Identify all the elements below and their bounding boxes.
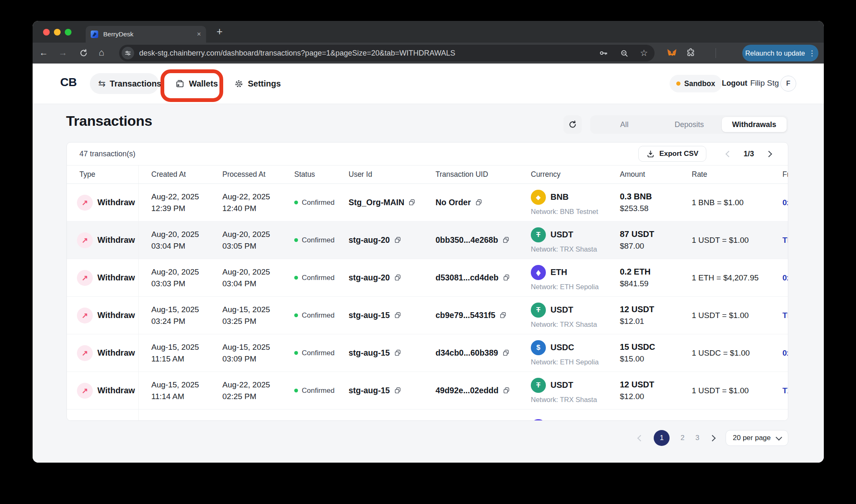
next-page-icon[interactable]	[766, 150, 772, 157]
tab-deposits[interactable]: Deposits	[657, 117, 721, 132]
back-icon[interactable]: ←	[39, 47, 48, 59]
page-button-1[interactable]: 1	[654, 430, 670, 446]
sandbox-dot-icon	[676, 81, 680, 86]
maximize-window-button[interactable]	[65, 29, 71, 36]
table-header-bar: 47 transaction(s) Export CSV 1/3	[67, 143, 788, 165]
copy-icon[interactable]	[475, 199, 483, 206]
browser-tab[interactable]: BerryDesk ×	[86, 26, 206, 43]
metamask-icon[interactable]	[666, 48, 678, 59]
from-address-link[interactable]: TP	[770, 221, 788, 259]
toolbar-divider	[716, 48, 716, 58]
table-row[interactable]: ↗Withdraw Aug-22, 202512:39 PM Aug-22, 2…	[67, 184, 788, 221]
copy-icon[interactable]	[499, 311, 507, 319]
usdc-icon: $	[531, 340, 546, 355]
page-title: Transactions	[66, 113, 152, 129]
app-header: CB ⇆ Transactions Wallets	[33, 64, 824, 104]
from-address-link[interactable]: TX	[770, 372, 788, 409]
minimize-window-button[interactable]	[54, 29, 61, 36]
withdraw-arrow-icon: ↗	[77, 308, 93, 323]
environment-badge: Sandbox	[670, 75, 722, 92]
copy-icon[interactable]	[502, 236, 510, 244]
prev-page-icon[interactable]	[726, 150, 732, 157]
forward-icon[interactable]: →	[59, 47, 67, 59]
passwords-key-icon[interactable]	[599, 48, 609, 58]
close-window-button[interactable]	[43, 29, 50, 36]
browser-menu-kebab-icon[interactable]: ⋮	[808, 49, 815, 58]
copy-icon[interactable]	[394, 387, 402, 395]
nav-wallets[interactable]: Wallets	[167, 73, 226, 94]
nav-settings[interactable]: Settings	[226, 73, 289, 94]
copy-icon[interactable]	[394, 349, 402, 357]
withdraw-arrow-icon: ↗	[77, 270, 93, 286]
chevron-down-icon	[776, 434, 782, 440]
nav-transactions[interactable]: ⇆ Transactions	[90, 73, 159, 94]
status-dot-icon	[294, 351, 298, 355]
table-row[interactable]: ↗Withdraw Aug-20, 202503:03 PM Aug-20, 2…	[67, 259, 788, 297]
tab-close-icon[interactable]: ×	[197, 30, 201, 38]
from-address-link[interactable]: 0x	[770, 184, 788, 221]
table-column-headers: Type Created At Processed At Status User…	[67, 165, 788, 184]
per-page-select[interactable]: 20 per page	[726, 430, 788, 446]
swap-arrows-icon: ⇆	[98, 79, 106, 89]
eth-icon: ◆	[531, 265, 546, 280]
download-icon	[646, 150, 655, 158]
logout-button[interactable]: Logout	[722, 79, 747, 88]
bookmark-star-icon[interactable]: ☆	[640, 49, 648, 57]
export-csv-button[interactable]: Export CSV	[638, 146, 706, 162]
wallet-icon	[175, 79, 185, 89]
status-badge: Confirmed	[282, 297, 336, 334]
address-bar[interactable]: desk-stg.chainberry.com/dashboard/transa…	[119, 45, 655, 61]
withdraw-arrow-icon: ↗	[77, 383, 93, 399]
reload-icon[interactable]	[79, 48, 89, 58]
from-address-link[interactable]: 0x	[770, 259, 788, 296]
extensions-puzzle-icon[interactable]	[685, 48, 696, 59]
relaunch-to-update-button[interactable]: Relaunch to update ⋮	[742, 45, 818, 61]
withdraw-arrow-icon: ↗	[77, 345, 93, 361]
from-address-link[interactable]: 0x	[770, 334, 788, 372]
browser-profile-avatar[interactable]	[721, 46, 736, 61]
url-text[interactable]: desk-stg.chainberry.com/dashboard/transa…	[139, 49, 594, 58]
zoom-out-icon[interactable]	[619, 48, 629, 58]
table-row[interactable]: ↗Withdraw Aug-20, 202503:04 PM Aug-20, 2…	[67, 221, 788, 259]
browser-tab-strip: BerryDesk × +	[33, 21, 824, 43]
tab-withdrawals[interactable]: Withdrawals	[722, 117, 787, 132]
berrydesk-favicon-icon	[91, 31, 98, 38]
copy-icon[interactable]	[502, 274, 510, 282]
copy-icon[interactable]	[502, 387, 510, 395]
site-info-icon[interactable]	[122, 47, 134, 59]
copy-icon[interactable]	[502, 349, 510, 357]
copy-icon[interactable]	[408, 199, 416, 206]
pagination-prev-icon[interactable]	[637, 435, 644, 441]
pagination-next-icon[interactable]	[709, 435, 716, 441]
status-dot-icon	[294, 238, 298, 242]
from-address-link[interactable]: TP	[770, 297, 788, 334]
tab-all[interactable]: All	[592, 117, 657, 132]
page-indicator: 1/3	[744, 150, 754, 158]
home-icon[interactable]: ⌂	[99, 47, 104, 59]
copy-icon[interactable]	[394, 236, 402, 244]
browser-toolbar: ← → ⌂ desk-stg.chainberry.com/dashboard/…	[33, 43, 824, 64]
bnb-icon: ◆	[531, 190, 546, 205]
status-badge: Confirmed	[282, 184, 336, 221]
copy-icon[interactable]	[394, 274, 402, 282]
table-row-partial[interactable]: ↗ Aug-15, 2025 Aug-20, 2025 ◆ETH 0.35501…	[67, 410, 788, 421]
copy-icon[interactable]	[394, 311, 402, 319]
table-row[interactable]: ↗Withdraw Aug-15, 202503:24 PM Aug-15, 2…	[67, 297, 788, 334]
eth-icon: ◆	[531, 419, 546, 421]
new-tab-button[interactable]: +	[217, 25, 223, 38]
tab-title: BerryDesk	[103, 31, 194, 38]
usdt-icon: T	[531, 378, 546, 393]
status-badge: Confirmed	[282, 334, 336, 372]
table-row[interactable]: ↗Withdraw Aug-15, 202511:15 AM Aug-15, 2…	[67, 334, 788, 372]
status-badge: Confirmed	[282, 372, 336, 409]
refresh-button[interactable]	[563, 115, 582, 134]
page-button-3[interactable]: 3	[696, 434, 699, 442]
usdt-icon: T	[531, 227, 546, 242]
user-avatar[interactable]: F	[780, 76, 796, 92]
page-button-2[interactable]: 2	[680, 434, 684, 442]
pagination-bar: 1 2 3 20 per page	[638, 430, 788, 446]
cb-logo[interactable]: CB	[60, 76, 76, 89]
transactions-table-card: 47 transaction(s) Export CSV 1/3	[66, 142, 788, 421]
status-dot-icon	[294, 201, 298, 204]
table-row[interactable]: ↗Withdraw Aug-15, 202511:14 AM Aug-22, 2…	[67, 372, 788, 410]
